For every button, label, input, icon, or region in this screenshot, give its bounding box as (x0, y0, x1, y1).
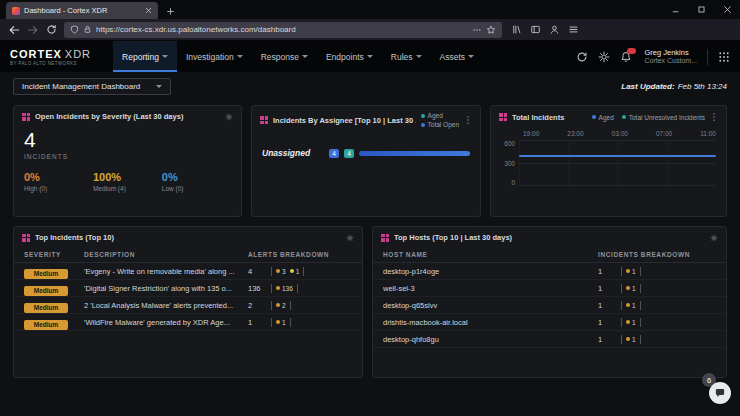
chevron-down-icon (156, 85, 162, 88)
column-host-name[interactable]: HOST NAME (383, 251, 598, 258)
incidents-breakdown-chip: 1 (621, 318, 641, 327)
gear-icon[interactable] (598, 51, 610, 63)
library-icon[interactable] (511, 24, 522, 35)
incidents-breakdown-chip: 1 (621, 267, 641, 276)
stat-medium: 100% Medium (4) (93, 171, 162, 192)
table-row[interactable]: Medium 2 'Local Analysis Malware' alerts… (14, 297, 362, 314)
app-header: CORTEXXDR BY PALO ALTO NETWORKS Reportin… (0, 41, 740, 72)
page-actions-ellipsis-icon[interactable] (472, 25, 482, 35)
alert-count: 136 (248, 284, 262, 293)
main-nav: Reporting Investigation Response Endpoin… (113, 41, 483, 72)
kebab-menu-icon[interactable] (710, 112, 718, 122)
table-row[interactable]: desktop-p1r4oge 1 1 (373, 263, 726, 280)
legend-total-unresolved[interactable]: Total Unresolved Incidents (622, 114, 705, 121)
blue-dot-icon (421, 123, 425, 127)
menu-hamburger-icon[interactable] (568, 24, 579, 35)
nav-item-rules[interactable]: Rules (382, 41, 431, 72)
incident-description[interactable]: 'WildFire Malware' generated by XDR Age.… (84, 318, 248, 327)
refresh-icon[interactable] (576, 51, 588, 63)
severity-badge: Medium (24, 320, 68, 330)
nav-item-assets[interactable]: Assets (431, 41, 484, 72)
legend-total-open[interactable]: Total Open (421, 121, 459, 128)
reload-button[interactable] (46, 24, 57, 35)
chevron-down-icon (302, 55, 308, 58)
legend-aged[interactable]: Aged (592, 114, 614, 121)
minimize-button[interactable] (662, 0, 688, 19)
incident-description[interactable]: 'Evgeny - Write on removable media' alon… (84, 267, 248, 276)
url-text[interactable]: https://cortex-cs.xdr.us.paloaltonetwork… (96, 25, 468, 34)
card-top-hosts: Top Hosts (Top 10 | Last 30 days) HOST N… (372, 226, 727, 378)
browser-tab[interactable]: Dashboard - Cortex XDR (6, 2, 158, 19)
browser-toolbar: https://cortex-cs.xdr.us.paloaltonetwork… (0, 19, 740, 41)
back-button[interactable] (8, 24, 20, 36)
new-tab-button[interactable] (166, 7, 175, 16)
notifications-bell-icon[interactable] (620, 51, 632, 63)
user-menu[interactable]: Greg Jenkins Cortex Custom... (644, 48, 697, 65)
cortex-xdr-logo[interactable]: CORTEXXDR BY PALO ALTO NETWORKS (10, 41, 91, 72)
table-row[interactable]: drishtis-macbook-air.local 1 1 (373, 314, 726, 331)
card-settings-gear-icon[interactable] (225, 113, 233, 121)
nav-item-endpoints[interactable]: Endpoints (317, 41, 382, 72)
maximize-button[interactable] (688, 0, 714, 19)
card-title: Open Incidents by Severity (Last 30 days… (35, 112, 220, 121)
dashboard-selector[interactable]: Incident Management Dashboard (13, 78, 171, 95)
chart-legend: Aged Total Unresolved Incidents (592, 114, 705, 121)
nav-item-response[interactable]: Response (252, 41, 317, 72)
table-row[interactable]: well-sel-3 1 1 (373, 280, 726, 297)
card-settings-gear-icon[interactable] (710, 234, 718, 242)
alerts-breakdown-chip: 1 (271, 318, 291, 327)
tracking-protection-shield-icon[interactable] (70, 25, 79, 34)
bookmark-star-icon[interactable] (486, 25, 496, 35)
host-name[interactable]: desktop-qhfo8gu (383, 335, 598, 344)
column-incidents-breakdown[interactable]: INCIDENTS BREAKDOWN (598, 251, 716, 258)
assignee-bar-row[interactable]: Unassigned 4 4 (262, 148, 470, 158)
table-row[interactable]: desktop-qhfo8gu 1 1 (373, 331, 726, 348)
table-row[interactable]: desktop-q65slvv 1 1 (373, 297, 726, 314)
medium-severity-dot-icon (276, 303, 280, 307)
feedback-chat-button[interactable] (709, 382, 731, 404)
user-org: Cortex Custom... (644, 57, 697, 65)
nav-item-investigation[interactable]: Investigation (177, 41, 252, 72)
account-icon[interactable] (549, 24, 560, 35)
sidebar-icon[interactable] (530, 24, 541, 35)
table-row[interactable]: Medium 'WildFire Malware' generated by X… (14, 314, 362, 331)
host-name[interactable]: desktop-p1r4oge (383, 267, 598, 276)
tab-close-icon[interactable] (145, 7, 152, 14)
table-header: HOST NAME INCIDENTS BREAKDOWN (373, 246, 726, 263)
card-title: Top Incidents (Top 10) (35, 233, 341, 242)
card-settings-gear-icon[interactable] (346, 234, 354, 242)
url-bar[interactable]: https://cortex-cs.xdr.us.paloaltonetwork… (64, 22, 502, 38)
column-description[interactable]: DESCRIPTION (84, 251, 248, 258)
gridline (519, 185, 716, 186)
teal-dot-icon (421, 114, 425, 118)
incident-description[interactable]: 2 'Local Analysis Malware' alerts preven… (84, 301, 248, 310)
alert-count: 1 (248, 318, 262, 327)
medium-severity-dot-icon (276, 286, 280, 290)
notification-badge (627, 48, 636, 54)
host-name[interactable]: well-sel-3 (383, 284, 598, 293)
incidents-breakdown-chip: 1 (621, 284, 641, 293)
total-open-chip: 4 (329, 149, 339, 158)
forward-button[interactable] (27, 24, 39, 36)
close-window-button[interactable] (714, 0, 740, 19)
column-severity[interactable]: SEVERITY (24, 251, 84, 258)
table-header: SEVERITY DESCRIPTION ALERTS BREAKDOWN (14, 246, 362, 263)
app-grid-icon[interactable] (718, 51, 730, 63)
table-row[interactable]: Medium 'Evgeny - Write on removable medi… (14, 263, 362, 280)
incident-count: 4 (24, 129, 231, 150)
tab-title: Dashboard - Cortex XDR (24, 6, 141, 15)
legend-aged[interactable]: Aged (421, 112, 443, 119)
column-alerts-breakdown[interactable]: ALERTS BREAKDOWN (248, 251, 352, 258)
nav-item-reporting[interactable]: Reporting (113, 41, 177, 72)
kebab-menu-icon[interactable] (464, 115, 472, 125)
host-name[interactable]: desktop-q65slvv (383, 301, 598, 310)
chevron-down-icon (416, 55, 422, 58)
table-row[interactable]: Medium 'Digital Signer Restriction' alon… (14, 280, 362, 297)
medium-severity-dot-icon (626, 269, 630, 273)
user-name: Greg Jenkins (644, 48, 697, 57)
teal-dot-icon (622, 115, 626, 119)
host-name[interactable]: drishtis-macbook-air.local (383, 318, 598, 327)
incident-description[interactable]: 'Digital Signer Restriction' along with … (84, 284, 248, 293)
widget-icon (260, 116, 268, 124)
lock-icon[interactable] (83, 25, 92, 34)
